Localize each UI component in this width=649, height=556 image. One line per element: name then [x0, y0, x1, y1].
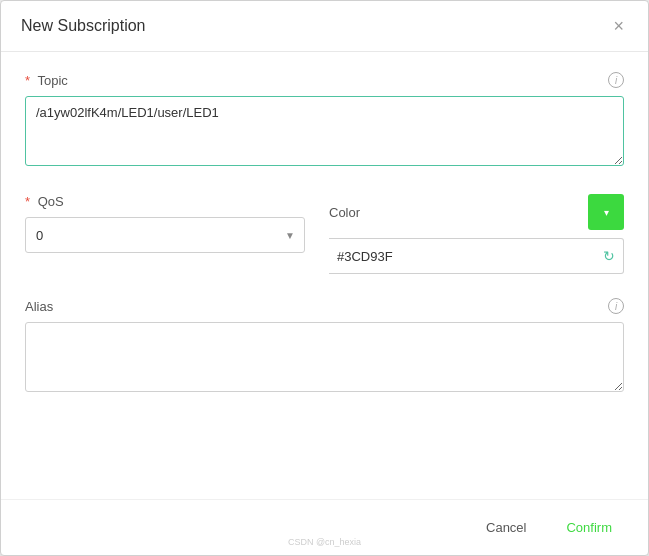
- alias-field-group: Alias i: [25, 298, 624, 396]
- alias-label-row: Alias i: [25, 298, 624, 314]
- qos-field-group: * QoS 0 1 2 ▼: [25, 194, 305, 274]
- color-swatch[interactable]: ▾: [588, 194, 624, 230]
- topic-label: * Topic: [25, 73, 68, 88]
- topic-info-icon[interactable]: i: [608, 72, 624, 88]
- qos-required-star: *: [25, 194, 30, 209]
- color-input[interactable]: [337, 249, 603, 264]
- topic-required-star: *: [25, 73, 30, 88]
- qos-label: * QoS: [25, 194, 64, 209]
- color-field-group: Color ▾ ↻: [329, 194, 624, 274]
- alias-info-icon[interactable]: i: [608, 298, 624, 314]
- chevron-down-white-icon: ▾: [604, 207, 609, 218]
- qos-label-row: * QoS: [25, 194, 305, 209]
- topic-textarea[interactable]: /a1yw02lfK4m/LED1/user/LED1: [25, 96, 624, 166]
- topic-label-row: * Topic i: [25, 72, 624, 88]
- qos-select-wrapper: 0 1 2 ▼: [25, 217, 305, 253]
- alias-label: Alias: [25, 299, 53, 314]
- watermark: CSDN @cn_hexia: [288, 537, 361, 547]
- dialog-header: New Subscription ×: [1, 1, 648, 52]
- qos-select[interactable]: 0 1 2: [25, 217, 305, 253]
- color-input-wrapper: ↻: [329, 238, 624, 274]
- alias-textarea[interactable]: [25, 322, 624, 392]
- qos-color-row: * QoS 0 1 2 ▼ Color: [25, 194, 624, 274]
- cancel-button[interactable]: Cancel: [474, 514, 538, 541]
- confirm-button[interactable]: Confirm: [554, 514, 624, 541]
- color-input-row: ↻: [329, 238, 624, 274]
- topic-field-group: * Topic i /a1yw02lfK4m/LED1/user/LED1: [25, 72, 624, 170]
- refresh-icon[interactable]: ↻: [603, 248, 615, 264]
- color-label: Color: [329, 205, 360, 220]
- dialog-title: New Subscription: [21, 17, 146, 35]
- new-subscription-dialog: New Subscription × * Topic i /a1yw02lfK4…: [0, 0, 649, 556]
- dialog-body: * Topic i /a1yw02lfK4m/LED1/user/LED1 * …: [1, 52, 648, 499]
- color-label-row: Color ▾: [329, 194, 624, 230]
- close-button[interactable]: ×: [609, 15, 628, 37]
